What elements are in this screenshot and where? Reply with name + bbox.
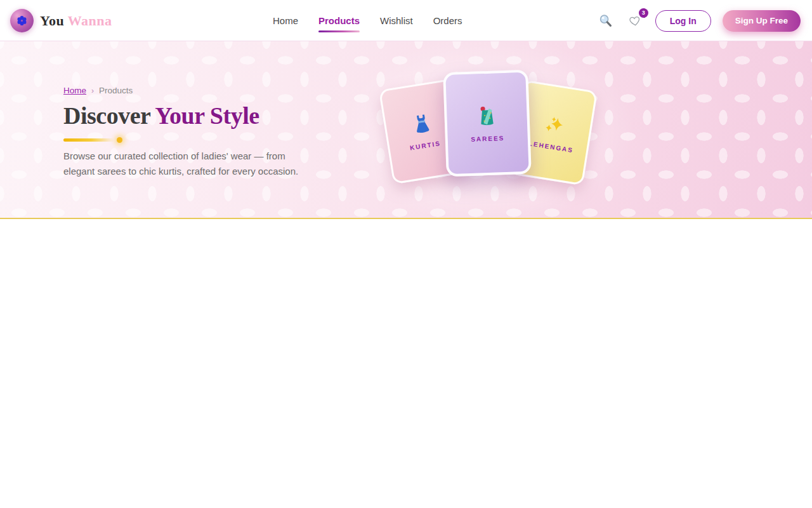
category-card-cluster: KURTIS SAREES [381,56,599,202]
hero-description: Browse our curated collection of ladies'… [63,149,307,179]
divider-dot [117,137,122,143]
flower-icon [16,15,28,27]
wishlist-count-badge: 3 [639,8,648,18]
login-button[interactable]: Log In [655,10,711,32]
search-button[interactable] [597,12,615,30]
brand-name-primary: You [40,13,64,29]
brand-logo[interactable]: You Wanna [10,9,112,32]
main-nav: Home Products Wishlist Orders [273,0,462,41]
nav-item-products-label: Products [318,15,360,26]
page-content-area [0,220,812,508]
top-navbar: You Wanna Home Products Wishlist Orders [0,0,812,41]
header-actions: 3 Log In Sign Up Free [597,0,801,41]
saree-icon [474,104,500,130]
brand-name: You Wanna [40,13,112,29]
nav-item-wishlist[interactable]: Wishlist [380,11,413,30]
logo-badge [10,9,34,32]
divider-line [63,138,114,142]
page-title-accent: Your Style [150,102,259,129]
nav-item-home[interactable]: Home [273,11,298,30]
category-card-label: SAREES [471,135,504,143]
wishlist-button[interactable]: 3 [626,12,644,30]
dress-icon [409,112,435,138]
page: You Wanna Home Products Wishlist Orders [0,0,812,508]
sparkles-icon [541,114,567,140]
active-tab-underline [318,30,360,32]
breadcrumb-home-link[interactable]: Home [63,86,86,95]
brand-name-secondary: Wanna [68,13,112,29]
nav-item-orders[interactable]: Orders [433,11,462,30]
category-card-label: LEHENGAS [528,140,573,154]
breadcrumb: Home › Products [63,86,133,95]
page-title-primary: Discover [63,102,150,129]
title-divider [63,137,140,144]
breadcrumb-current: Products [99,86,133,95]
nav-item-products[interactable]: Products [318,11,360,30]
breadcrumb-separator: › [91,86,94,95]
category-card-label: KURTIS [409,140,441,152]
hero-section: Home › Products Discover Your Style Brow… [0,41,812,219]
page-title: Discover Your Style [63,102,259,130]
signup-button[interactable]: Sign Up Free [723,10,801,32]
category-card-sarees[interactable]: SAREES [443,70,532,177]
search-icon [598,13,613,28]
